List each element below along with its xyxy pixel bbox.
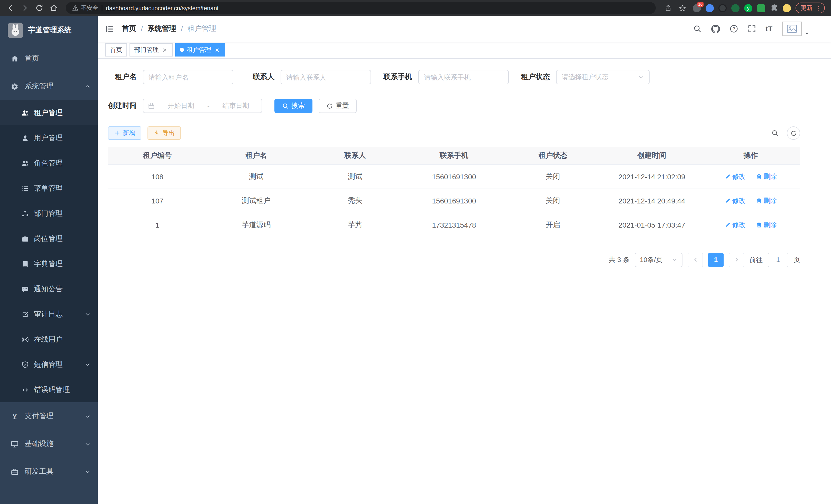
sidebar-item-notice[interactable]: 通知公告 [0,276,98,302]
browser-menu-icon [815,5,821,11]
sidebar-item-user[interactable]: 用户管理 [0,125,98,151]
edit-button[interactable]: 修改 [725,220,746,229]
browser-update-button[interactable]: 更新 [796,3,825,13]
fullscreen-button[interactable] [748,25,756,33]
tags-view-bar: 首页 部门管理 租户管理 [98,41,831,59]
help-button[interactable]: ? [730,25,738,33]
extension-icon[interactable]: y [744,4,752,12]
users-icon [22,109,29,116]
breadcrumb-home[interactable]: 首页 [122,24,136,33]
contact-input[interactable] [281,70,371,84]
close-icon [215,48,220,52]
font-size-button[interactable]: tT [766,25,772,33]
add-button[interactable]: 新增 [108,126,141,140]
bookmark-button[interactable] [676,2,689,14]
search-button[interactable]: 搜索 [275,99,312,113]
edit-button[interactable]: 修改 [725,172,746,181]
pencil-icon [725,222,731,228]
page-size-value: 10条/页 [640,255,662,264]
browser-back-button[interactable] [4,2,17,14]
header-search-button[interactable] [693,25,701,33]
delete-button[interactable]: 删除 [756,172,777,181]
browser-home-button[interactable] [47,2,60,14]
table-row: 1 芋道源码 芋艿 17321315478 开启 2021-01-05 17:0… [108,213,800,237]
delete-label: 删除 [764,172,777,181]
sidebar-item-sms[interactable]: 短信管理 [0,352,98,377]
extension-icon[interactable]: 10 [693,4,701,12]
delete-label: 删除 [764,220,777,229]
address-bar[interactable]: 不安全 dashboard.yudao.iocoder.cn/system/te… [66,2,656,14]
extension-icon[interactable] [731,4,740,12]
toggle-search-button[interactable] [768,126,782,140]
sidebar-item-home[interactable]: 首页 [0,45,98,72]
sidebar: 芋道管理系统 首页 系统管理 租户管理 用户管理 [0,16,98,504]
sidebar-item-dept[interactable]: 部门管理 [0,201,98,226]
sidebar-item-label: 审计日志 [34,309,63,319]
phone-input[interactable] [418,70,509,84]
sidebar-item-post[interactable]: 岗位管理 [0,226,98,251]
edit-button[interactable]: 修改 [725,196,746,205]
tab-tenant[interactable]: 租户管理 [175,43,225,57]
edit-doc-icon [22,310,29,318]
sidebar-item-menu[interactable]: 菜单管理 [0,176,98,201]
cell-contact: 秃头 [306,188,405,213]
prev-page-button[interactable] [688,253,703,267]
extension-icon[interactable] [718,4,727,12]
sidebar-item-label: 首页 [25,54,39,63]
sidebar-item-infrastructure[interactable]: 基础设施 [0,430,98,458]
user-menu[interactable] [782,22,809,36]
filter-row-1: 租户名 联系人 联系手机 租户状态 请选择租户状态 [108,70,800,84]
sidebar-item-online-users[interactable]: 在线用户 [0,327,98,352]
tab-close-button[interactable] [161,47,168,53]
sidebar-item-tenant[interactable]: 租户管理 [0,100,98,125]
tab-home[interactable]: 首页 [105,43,127,57]
sidebar-item-dict[interactable]: 字典管理 [0,251,98,276]
page-size-select[interactable]: 10条/页 [635,253,683,267]
sidebar-item-payment[interactable]: ¥ 支付管理 [0,402,98,430]
extension-icon[interactable] [757,4,765,12]
refresh-icon [326,102,333,109]
delete-button[interactable]: 删除 [756,196,777,205]
sidebar-item-audit-log[interactable]: 审计日志 [0,302,98,327]
download-icon [154,130,160,136]
status-select[interactable]: 请选择租户状态 [556,70,650,84]
security-status[interactable]: 不安全 [72,4,98,12]
chevron-left-icon [692,257,698,263]
github-link[interactable] [711,24,720,33]
cell-phone: 15601691300 [405,188,504,213]
extension-icon[interactable] [706,4,714,12]
refresh-icon [35,4,43,12]
goto-page-input[interactable] [768,253,789,267]
yen-icon: ¥ [11,412,19,420]
sidebar-item-label: 菜单管理 [34,184,63,193]
app-logo[interactable]: 芋道管理系统 [0,16,98,45]
tab-close-button[interactable] [214,47,221,53]
breadcrumb-system[interactable]: 系统管理 [147,24,176,33]
sidebar-item-role[interactable]: 角色管理 [0,151,98,176]
date-range-picker[interactable]: 开始日期 - 结束日期 [143,99,262,113]
delete-button[interactable]: 删除 [756,220,777,229]
refresh-table-button[interactable] [787,126,800,140]
book-icon [22,260,29,267]
reset-button[interactable]: 重置 [319,99,357,113]
tab-dept[interactable]: 部门管理 [130,43,173,57]
table-row: 107 测试租户 秃头 15601691300 关闭 2021-12-14 20… [108,188,800,213]
update-label: 更新 [801,4,812,12]
extensions-puzzle-button[interactable] [770,4,778,12]
next-page-button[interactable] [729,253,744,267]
sidebar-item-system[interactable]: 系统管理 [0,72,98,100]
column-header-status: 租户状态 [504,147,602,165]
browser-refresh-button[interactable] [33,2,45,14]
profile-avatar-icon[interactable] [783,4,791,12]
sidebar-item-dev-tools[interactable]: 研发工具 [0,458,98,485]
avatar [782,22,802,36]
back-icon [6,4,14,12]
export-button[interactable]: 导出 [147,126,181,140]
sidebar-collapse-button[interactable] [105,24,114,33]
tenant-name-input[interactable] [143,70,233,84]
page-number-1[interactable]: 1 [708,253,724,267]
browser-forward-button[interactable] [19,2,31,14]
sidebar-item-error-code[interactable]: 错误码管理 [0,377,98,402]
browser-share-button[interactable] [662,2,674,14]
tenant-table: 租户编号 租户名 联系人 联系手机 租户状态 创建时间 操作 108 测试 [108,147,800,237]
